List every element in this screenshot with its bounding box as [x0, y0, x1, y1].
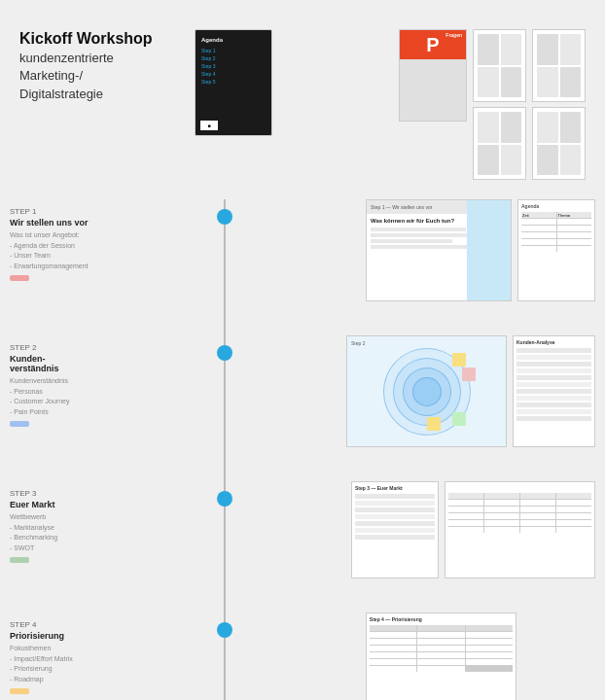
step-4-slides: Step 4 — Priorisierung [366, 612, 595, 700]
step-2-left: Step 2 Kunden­verständnis Kunden­verstän… [10, 335, 103, 427]
step-1-slide-table: Agenda Zeit Thema [517, 199, 595, 301]
step-1-dot [217, 209, 232, 225]
step-2-slides: Step 2 Kunden-Analyse [346, 335, 595, 447]
step-2-desc: Kunden­verständnis - Personas - Customer… [10, 376, 84, 417]
step-3-desc: Wettbewerb - Marktanalyse - Benchmarking… [10, 512, 89, 553]
svg-point-1 [221, 349, 229, 357]
step-1-desc: Was ist unser Angebot: - Agenda der Sess… [10, 230, 103, 271]
step-1-slide-main: Step 1 — Wir stellen uns vor Was können … [366, 199, 512, 301]
grid-thumbs-2 [532, 29, 586, 180]
step-4-color [10, 688, 29, 694]
step-2-slide-circles: Step 2 [346, 335, 507, 447]
grid-thumb-1 [473, 29, 526, 102]
grid-thumb-2 [473, 107, 526, 180]
title-slide-thumb: Agenda Step 1Step 2Step 3Step 4Step 5 ■ [195, 29, 272, 136]
step-4-item: Step 4 Priorisierung Fokusthemen - Impac… [0, 612, 605, 700]
timeline-container: Step 1 Wir stellen uns vor Was ist unser… [0, 199, 605, 700]
grid-thumb-4 [532, 107, 586, 180]
step-4-desc: Fokusthemen - Impact/Effort Matrix - Pri… [10, 644, 103, 684]
step-3-color [10, 557, 29, 563]
step-1-item: Step 1 Wir stellen uns vor Was ist unser… [0, 199, 605, 301]
step-1-slides: Step 1 — Wir stellen uns vor Was können … [366, 199, 595, 301]
grid-thumbs [473, 29, 526, 180]
svg-point-2 [221, 495, 229, 503]
grid-thumb-3 [532, 29, 586, 102]
header-title: Kickoff Workshop [19, 29, 175, 48]
step-3-slides: Step 3 — Euer Markt [351, 481, 595, 578]
step-2-color [10, 421, 29, 427]
step-2-slide-table: Kunden-Analyse [513, 335, 595, 447]
step-3-dot [217, 491, 232, 507]
step-2-dot [217, 345, 232, 361]
page-container: Kickoff Workshop kundenzentrierte Market… [0, 0, 605, 700]
svg-point-0 [221, 213, 229, 221]
step-3-left: Step 3 Euer Markt Wettbewerb - Marktanal… [10, 481, 108, 563]
header-section: Kickoff Workshop kundenzentrierte Market… [0, 19, 605, 199]
step-1-color [10, 275, 29, 281]
header-text: Kickoff Workshop kundenzentrierte Market… [19, 29, 175, 103]
step-4-left: Step 4 Priorisierung Fokusthemen - Impac… [10, 612, 123, 694]
fragen-slide: Fragen P [399, 29, 467, 122]
step-3-item: Step 3 Euer Markt Wettbewerb - Marktanal… [0, 481, 605, 578]
svg-point-3 [221, 626, 229, 634]
step-4-dot [217, 622, 232, 638]
step-1-left: Step 1 Wir stellen uns vor Was ist unser… [10, 199, 123, 281]
right-slides-group: Fragen P [399, 29, 586, 180]
step-3-slide-1: Step 3 — Euer Markt [351, 481, 439, 578]
header-subtitle: kundenzentrierte Marketing-/ Digitalstra… [19, 50, 175, 103]
step-3-slide-table [445, 481, 595, 578]
step-4-slide-1: Step 4 — Priorisierung [366, 612, 516, 700]
step-2-item: Step 2 Kunden­verständnis Kunden­verstän… [0, 335, 605, 447]
